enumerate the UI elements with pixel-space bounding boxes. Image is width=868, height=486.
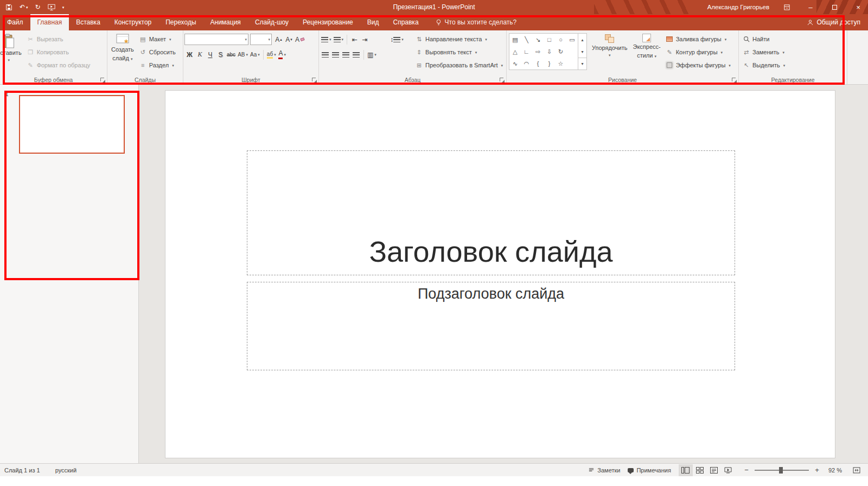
font-size-dropdown-arrow[interactable]: ▾ bbox=[268, 37, 270, 41]
slide[interactable]: Заголовок слайда Подзаголовок слайда bbox=[165, 90, 835, 458]
drawing-dialog-launcher[interactable] bbox=[732, 78, 737, 83]
arrange-button[interactable]: Упорядочить ▾ bbox=[589, 32, 630, 75]
character-spacing-button[interactable]: АВ▾ bbox=[237, 49, 249, 60]
ribbon-display-options-button[interactable] bbox=[780, 0, 793, 14]
font-name-dropdown-arrow[interactable]: ▾ bbox=[245, 37, 247, 41]
shrink-font-button[interactable]: А▾ bbox=[284, 34, 294, 45]
close-button[interactable]: × bbox=[852, 0, 865, 14]
clipboard-dialog-launcher[interactable] bbox=[100, 78, 105, 83]
slide-thumbnail-panel[interactable]: 1 bbox=[0, 85, 139, 463]
redo-button[interactable]: ↻ bbox=[35, 4, 41, 10]
zoom-in-button[interactable]: + bbox=[813, 466, 821, 474]
comments-toggle[interactable]: Примечания bbox=[628, 467, 671, 474]
convert-smartart-button[interactable]: ⊞ Преобразовать в SmartArt ▾ bbox=[413, 59, 505, 71]
section-button[interactable]: ≡ Раздел ▾ bbox=[137, 59, 178, 71]
increase-indent-button[interactable]: ⇥ bbox=[360, 34, 370, 45]
shape-star-button[interactable]: ☆ bbox=[555, 58, 566, 70]
shape-fill-button[interactable]: Заливка фигуры ▾ bbox=[663, 33, 733, 45]
tab-file[interactable]: Файл bbox=[0, 14, 30, 30]
tell-me-search[interactable]: Что вы хотите сделать? bbox=[436, 14, 517, 30]
undo-dropdown-arrow[interactable]: ▾ bbox=[26, 5, 28, 9]
tab-help[interactable]: Справка bbox=[386, 14, 425, 30]
undo-button[interactable]: ↶ ▾ bbox=[20, 4, 28, 10]
gallery-up-button[interactable]: ▴ bbox=[578, 34, 586, 46]
align-right-button[interactable] bbox=[341, 49, 351, 60]
shape-elbow-connector-button[interactable]: ∟ bbox=[521, 46, 532, 58]
align-text-button[interactable]: ⇕ Выровнять текст ▾ bbox=[413, 46, 505, 58]
align-center-button[interactable] bbox=[330, 49, 341, 60]
zoom-slider[interactable] bbox=[755, 470, 809, 471]
columns-button[interactable]: ▥▾ bbox=[366, 49, 378, 60]
tab-slideshow[interactable]: Слайд-шоу bbox=[248, 14, 296, 30]
shape-outline-button[interactable]: ✎ Контур фигуры ▾ bbox=[663, 46, 733, 58]
copy-button[interactable]: ❐ Копировать bbox=[24, 46, 93, 58]
shape-rounded-rectangle-button[interactable]: ▭ bbox=[566, 34, 578, 46]
shape-left-brace-button[interactable]: { bbox=[532, 58, 544, 70]
slide-thumbnail[interactable] bbox=[19, 95, 125, 154]
restore-button[interactable] bbox=[828, 0, 841, 14]
layout-button[interactable]: ▤ Макет ▾ bbox=[137, 33, 178, 45]
start-slideshow-button[interactable] bbox=[48, 4, 55, 11]
font-size-combobox[interactable]: ▾ bbox=[250, 34, 272, 45]
customize-qat-button[interactable]: ▾ bbox=[62, 5, 65, 9]
gallery-more-button[interactable]: ▾ bbox=[578, 58, 586, 70]
save-button[interactable] bbox=[5, 4, 12, 11]
language-indicator[interactable]: русский bbox=[55, 467, 76, 474]
paste-button[interactable]: Вставить ▾ bbox=[0, 32, 24, 75]
shape-arrow-line-button[interactable]: ↘ bbox=[532, 34, 544, 46]
shapes-gallery[interactable]: ▤ ╲ ↘ □ ○ ▭ △ ∟ ⇨ ⇩ ↻ bbox=[509, 33, 587, 70]
bullets-button[interactable]: ▾ bbox=[320, 34, 333, 45]
change-case-button[interactable]: Аа▾ bbox=[249, 49, 261, 60]
numbering-button[interactable]: ▾ bbox=[333, 34, 345, 45]
tab-transitions[interactable]: Переходы bbox=[158, 14, 203, 30]
bold-button[interactable]: Ж bbox=[184, 49, 195, 60]
tab-view[interactable]: Вид bbox=[360, 14, 386, 30]
select-button[interactable]: ↖ Выделить ▾ bbox=[740, 59, 787, 71]
quick-styles-button[interactable]: Экспресс- стили ▾ bbox=[630, 32, 663, 75]
shape-right-brace-button[interactable]: } bbox=[544, 58, 555, 70]
new-slide-dropdown-arrow[interactable]: ▾ bbox=[131, 57, 133, 61]
normal-view-button[interactable] bbox=[679, 464, 693, 476]
reset-button[interactable]: ↺ Сбросить bbox=[137, 46, 178, 58]
shape-triangle-button[interactable]: △ bbox=[509, 46, 521, 58]
find-button[interactable]: Найти bbox=[740, 33, 787, 45]
minimize-button[interactable]: – bbox=[804, 0, 817, 14]
share-button[interactable]: Общий доступ bbox=[800, 14, 868, 30]
subtitle-placeholder[interactable]: Подзаголовок слайда bbox=[247, 282, 735, 370]
shape-rectangle-button[interactable]: □ bbox=[544, 34, 555, 46]
justify-button[interactable] bbox=[351, 49, 361, 60]
zoom-level[interactable]: 92 % bbox=[828, 467, 842, 474]
font-color-button[interactable]: А▾ bbox=[277, 49, 288, 60]
reading-view-button[interactable] bbox=[707, 464, 721, 476]
tab-review[interactable]: Рецензирование bbox=[296, 14, 360, 30]
decrease-indent-button[interactable]: ⇤ bbox=[349, 34, 360, 45]
shape-right-arrow-button[interactable]: ⇨ bbox=[532, 46, 544, 58]
shape-line-button[interactable]: ╲ bbox=[521, 34, 532, 46]
zoom-out-button[interactable]: − bbox=[743, 466, 750, 474]
account-name[interactable]: Александр Григорьев bbox=[707, 4, 769, 10]
shape-effects-button[interactable]: Эффекты фигуры ▾ bbox=[663, 59, 733, 71]
shape-circular-arrow-button[interactable]: ↻ bbox=[555, 46, 566, 58]
fit-slide-to-window-button[interactable] bbox=[850, 464, 864, 476]
paragraph-dialog-launcher[interactable] bbox=[500, 78, 505, 83]
underline-button[interactable]: Ч bbox=[205, 49, 215, 60]
shape-textbox-button[interactable]: ▤ bbox=[509, 34, 521, 46]
font-dialog-launcher[interactable] bbox=[312, 78, 317, 83]
replace-button[interactable]: ⇄ Заменить ▾ bbox=[740, 46, 787, 58]
tab-design[interactable]: Конструктор bbox=[107, 14, 158, 30]
new-slide-button[interactable]: Создать слайд ▾ bbox=[108, 32, 137, 75]
tab-insert[interactable]: Вставка bbox=[69, 14, 107, 30]
shape-down-arrow-button[interactable]: ⇩ bbox=[544, 46, 555, 58]
grow-font-button[interactable]: А▴ bbox=[273, 34, 284, 45]
paste-dropdown-arrow[interactable]: ▾ bbox=[8, 58, 10, 62]
notes-toggle[interactable]: Заметки bbox=[588, 467, 620, 474]
slide-sorter-view-button[interactable] bbox=[693, 464, 707, 476]
cut-button[interactable]: ✂ Вырезать bbox=[24, 33, 93, 45]
zoom-slider-knob[interactable] bbox=[779, 467, 783, 474]
gallery-down-button[interactable]: ▾ bbox=[578, 46, 586, 58]
shape-arc-button[interactable]: ◠ bbox=[521, 58, 532, 70]
shape-oval-button[interactable]: ○ bbox=[555, 34, 566, 46]
strikethrough-button[interactable]: abc bbox=[226, 49, 237, 60]
slide-number-indicator[interactable]: Слайд 1 из 1 bbox=[4, 467, 40, 474]
shape-curve-button[interactable]: ∿ bbox=[509, 58, 521, 70]
